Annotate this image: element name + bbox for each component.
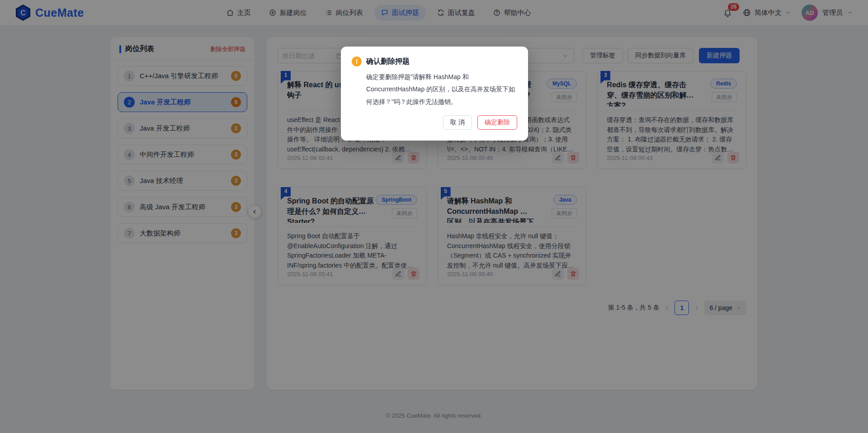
- dialog-message: 确定要删除押题"请解释 HashMap 和 ConcurrentHashMap …: [366, 71, 517, 108]
- dialog-title: 确认删除押题: [366, 57, 410, 66]
- delete-confirm-dialog: ! 确认删除押题 确定要删除押题"请解释 HashMap 和 Concurren…: [341, 47, 528, 141]
- cancel-button[interactable]: 取 消: [443, 115, 472, 130]
- warning-icon: !: [352, 56, 362, 66]
- confirm-delete-button[interactable]: 确定删除: [477, 115, 517, 130]
